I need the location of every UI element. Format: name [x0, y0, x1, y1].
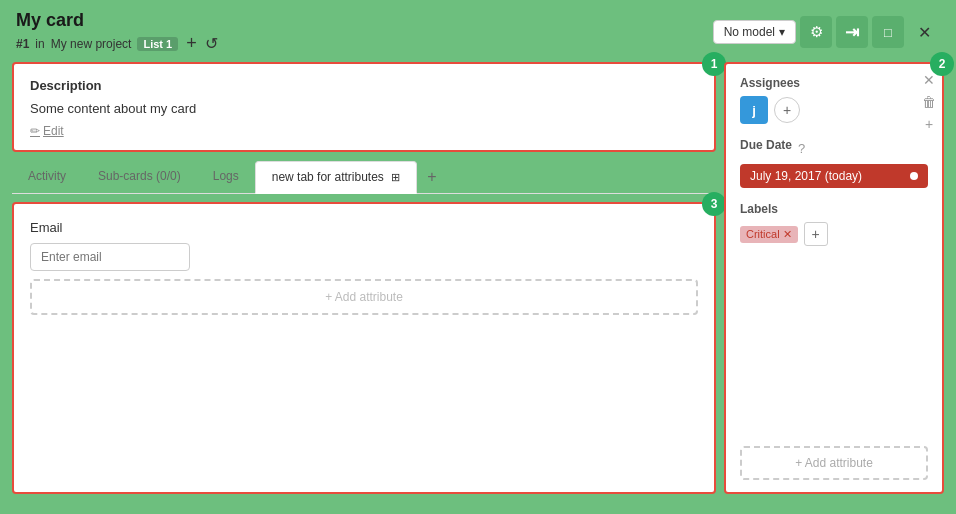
- tabs-row: Activity Sub-cards (0/0) Logs new tab fo…: [12, 160, 716, 194]
- gear-icon: ⚙: [810, 23, 823, 41]
- card-meta: #1 in My new project List 1 + ↺: [16, 33, 218, 54]
- gear-button[interactable]: ⚙: [800, 16, 832, 48]
- right-panel-icon-1[interactable]: ✕: [922, 72, 936, 88]
- main-content: 1 Description Some content about my card…: [0, 62, 956, 506]
- top-bar-left: My card #1 in My new project List 1 + ↺: [16, 10, 218, 54]
- top-bar: My card #1 in My new project List 1 + ↺ …: [0, 0, 956, 62]
- tab-attributes-label: new tab for attributes: [272, 170, 384, 184]
- card-in: in: [35, 37, 44, 51]
- due-date-label: Due Date: [740, 138, 792, 152]
- card-title: My card: [16, 10, 218, 31]
- due-date-section: Due Date ? July 19, 2017 (today): [740, 138, 928, 188]
- close-icon: ✕: [918, 23, 931, 42]
- assignees-label: Assignees: [740, 76, 928, 90]
- tab-subcards[interactable]: Sub-cards (0/0): [82, 161, 197, 193]
- right-panel: 2 ✕ 🗑 + Assignees j + Due Date ? July 19…: [724, 62, 944, 494]
- edit-link[interactable]: ✏ Edit: [30, 124, 698, 138]
- due-date-header: Due Date ?: [740, 138, 928, 158]
- avatar[interactable]: j: [740, 96, 768, 124]
- description-badge: 1: [702, 52, 726, 76]
- edit-icon: ✏: [30, 124, 40, 138]
- close-button[interactable]: ✕: [908, 16, 940, 48]
- save-button[interactable]: □: [872, 16, 904, 48]
- card-number: #1: [16, 37, 29, 51]
- labels-label: Labels: [740, 202, 928, 216]
- save-icon: □: [884, 25, 892, 40]
- signin-button[interactable]: ⇥: [836, 16, 868, 48]
- right-add-attribute-button[interactable]: + Add attribute: [740, 446, 928, 480]
- tab-activity[interactable]: Activity: [12, 161, 82, 193]
- add-attribute-button[interactable]: + Add attribute: [30, 279, 698, 315]
- description-label: Description: [30, 78, 698, 93]
- tab-logs[interactable]: Logs: [197, 161, 255, 193]
- edit-label[interactable]: Edit: [43, 124, 64, 138]
- right-panel-icon-2[interactable]: 🗑: [922, 94, 936, 110]
- labels-row: Critical ✕ +: [740, 222, 928, 246]
- assignees-section: Assignees j +: [740, 76, 928, 124]
- email-label: Email: [30, 220, 698, 235]
- attributes-box: 3 Email + Add attribute: [12, 202, 716, 494]
- critical-label-tag: Critical ✕: [740, 226, 798, 243]
- right-panel-icon-3[interactable]: +: [922, 116, 936, 132]
- add-card-button[interactable]: +: [184, 33, 199, 54]
- assignees-row: j +: [740, 96, 928, 124]
- email-input[interactable]: [30, 243, 190, 271]
- add-assignee-button[interactable]: +: [774, 97, 800, 123]
- tab-attributes[interactable]: new tab for attributes ⊞: [255, 161, 417, 194]
- list-badge[interactable]: List 1: [137, 37, 178, 51]
- add-attribute-label: + Add attribute: [325, 290, 403, 304]
- project-name: My new project: [51, 37, 132, 51]
- signin-icon: ⇥: [845, 22, 859, 43]
- attributes-badge: 3: [702, 192, 726, 216]
- chevron-down-icon: ▾: [779, 25, 785, 39]
- undo-button[interactable]: ↺: [205, 34, 218, 53]
- tab-screen-icon: ⊞: [391, 171, 400, 184]
- due-date-value: July 19, 2017 (today): [750, 169, 862, 183]
- due-date-button[interactable]: July 19, 2017 (today): [740, 164, 928, 188]
- due-date-dot: [910, 172, 918, 180]
- description-box: 1 Description Some content about my card…: [12, 62, 716, 152]
- no-model-label: No model: [724, 25, 775, 39]
- help-icon[interactable]: ?: [798, 141, 805, 156]
- no-model-button[interactable]: No model ▾: [713, 20, 796, 44]
- add-label-button[interactable]: +: [804, 222, 828, 246]
- critical-label-remove[interactable]: ✕: [783, 228, 792, 241]
- top-bar-icons: No model ▾ ⚙ ⇥ □ ✕: [713, 16, 940, 48]
- add-tab-button[interactable]: +: [417, 162, 446, 192]
- critical-label-text: Critical: [746, 228, 780, 240]
- right-add-attribute-label: + Add attribute: [795, 456, 873, 470]
- add-attribute-container: + Add attribute: [30, 279, 698, 323]
- description-content: Some content about my card: [30, 101, 698, 116]
- labels-section: Labels Critical ✕ +: [740, 202, 928, 246]
- left-panel: 1 Description Some content about my card…: [12, 62, 724, 494]
- right-panel-icons: ✕ 🗑 +: [922, 72, 936, 132]
